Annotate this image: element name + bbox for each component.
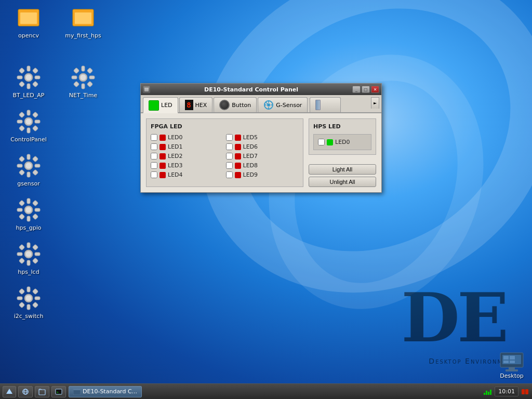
svg-rect-24 [27, 172, 30, 177]
gsensor-tab-label: G-Sensor [276, 102, 302, 109]
desktop-icon-controlpanel[interactable]: ControlPanel [8, 109, 49, 143]
tab-extra[interactable] [310, 97, 341, 112]
svg-rect-57 [19, 288, 24, 294]
svg-rect-55 [17, 297, 22, 300]
svg-rect-101 [510, 361, 515, 363]
taskbar-terminal-button[interactable]: >_ [51, 386, 66, 397]
svg-rect-8 [32, 68, 38, 73]
window-maximize-button[interactable]: □ [362, 86, 370, 93]
fpga-led7-checkbox[interactable] [226, 153, 233, 159]
hex-tab-label: HEX [195, 102, 207, 109]
tab-more-button[interactable]: ► [371, 97, 379, 109]
fpga-led7-indicator [235, 153, 241, 159]
svg-rect-13 [27, 110, 30, 115]
svg-marker-83 [6, 389, 12, 394]
fpga-led8-checkbox[interactable] [226, 162, 233, 169]
desktop-icon-opencv[interactable]: opencv [8, 5, 49, 39]
unlight-all-button[interactable]: Unlight All [309, 177, 376, 187]
taskbar-files-button[interactable] [35, 386, 49, 397]
audio-icon[interactable] [484, 389, 492, 395]
fpga-led6-indicator [235, 144, 241, 150]
svg-rect-23 [27, 154, 30, 159]
systray-icon[interactable] [521, 388, 529, 396]
fpga-led1-checkbox[interactable] [151, 143, 157, 150]
fpga-led1-label: LED1 [168, 143, 183, 150]
fpga-led2-checkbox[interactable] [151, 153, 157, 159]
fpga-led0-checkbox[interactable] [151, 134, 157, 141]
svg-rect-67 [72, 76, 77, 79]
fpga-led-row-5: LED5 [226, 134, 299, 141]
taskbar-window-task[interactable]: DE10-Standard C... [69, 386, 142, 397]
btn-tab-icon [219, 100, 230, 110]
svg-rect-47 [19, 244, 24, 250]
svg-rect-1 [20, 12, 37, 24]
tab-led[interactable]: LED [143, 97, 178, 113]
fpga-led-grid: LED0 LED1 LED2 [151, 134, 299, 178]
window-title: DE10-Standard Control Panel [152, 86, 350, 93]
svg-rect-48 [32, 244, 38, 250]
fpga-led9-indicator [235, 172, 241, 178]
desktop-icon-bt-led-ap[interactable]: BT_LED_AP [8, 65, 49, 99]
hps-led-inner: LED0 [313, 134, 371, 150]
taskbar-start-icon [6, 389, 12, 395]
light-all-button[interactable]: Light All [309, 164, 376, 175]
desktop-icon-gsensor[interactable]: gsensor [8, 153, 49, 187]
hps-led0-label: LED0 [335, 139, 350, 145]
svg-rect-43 [27, 243, 30, 248]
gsensor-icon [16, 153, 41, 178]
fpga-led4-checkbox[interactable] [151, 171, 157, 178]
controlpanel-icon [16, 109, 41, 134]
desktop-icon-i2c-switch[interactable]: i2c_switch [8, 286, 49, 320]
svg-rect-40 [32, 214, 38, 219]
desktop-shortcut[interactable]: Desktop [499, 352, 524, 379]
fpga-led6-checkbox[interactable] [226, 143, 233, 150]
svg-rect-50 [32, 258, 38, 263]
svg-rect-68 [89, 76, 95, 79]
fpga-led5-checkbox[interactable] [226, 134, 233, 141]
fpga-led9-checkbox[interactable] [226, 171, 233, 178]
window-minimize-button[interactable]: _ [352, 86, 361, 93]
fpga-led4-indicator [159, 172, 166, 178]
svg-rect-91 [73, 389, 81, 390]
svg-rect-76 [144, 90, 149, 91]
fpga-section-title: FPGA LED [151, 123, 299, 130]
fpga-led-row-1: LED1 [151, 143, 224, 150]
terminal-icon: >_ [55, 388, 62, 395]
bar4 [490, 390, 491, 395]
gsensor-tab-icon [263, 100, 274, 110]
window-close-button[interactable]: ✕ [371, 86, 379, 93]
hps-lcd-label: hps_lcd [18, 269, 39, 275]
network-icon [22, 388, 29, 395]
tab-button[interactable]: Button [214, 97, 257, 112]
svg-rect-16 [35, 120, 40, 123]
tab-gsensor[interactable]: G-Sensor [258, 97, 308, 112]
controlpanel-label: ControlPanel [10, 136, 46, 143]
desktop-icon-my-first-hps[interactable]: my_first_hps [62, 5, 104, 39]
desktop: DE Desktop Environment opencv [0, 0, 532, 399]
svg-rect-49 [19, 258, 24, 263]
fpga-led3-checkbox[interactable] [151, 162, 157, 169]
svg-rect-10 [32, 81, 38, 87]
hps-led0-checkbox[interactable] [318, 139, 325, 145]
svg-rect-96 [509, 367, 515, 369]
fpga-led6-label: LED6 [243, 143, 258, 150]
svg-rect-97 [506, 369, 518, 371]
svg-rect-38 [32, 200, 38, 206]
svg-rect-99 [510, 356, 515, 360]
bar3 [488, 392, 489, 395]
desktop-icon-hps-gpio[interactable]: hps_gpio [8, 197, 49, 231]
svg-rect-36 [35, 208, 40, 211]
fpga-led-col1: LED0 LED1 LED2 [151, 134, 224, 178]
desktop-icon-net-time[interactable]: NET_Time [62, 65, 104, 99]
window-menu-button[interactable] [143, 86, 150, 93]
taskbar-menu-button[interactable] [3, 386, 16, 397]
fpga-led-row-2: LED2 [151, 153, 224, 159]
desktop-icon-hps-lcd[interactable]: hps_lcd [8, 242, 49, 275]
hps-led-section: HPS LED LED0 Light All Unlight All [309, 118, 376, 187]
svg-point-21 [25, 118, 32, 125]
taskbar-network-button[interactable] [18, 386, 33, 397]
svg-rect-19 [19, 125, 24, 131]
tab-hex[interactable]: 8 HEX [179, 97, 213, 112]
svg-point-61 [25, 295, 32, 301]
svg-rect-28 [32, 156, 38, 162]
